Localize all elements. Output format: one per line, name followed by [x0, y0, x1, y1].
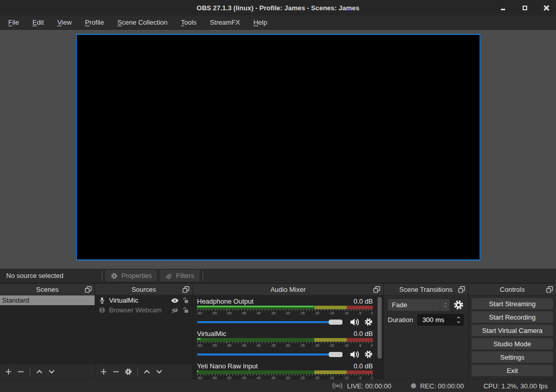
scene-chevron-down-button[interactable]	[48, 368, 56, 376]
meter-tick-label: -10	[344, 376, 349, 379]
popout-icon[interactable]	[458, 286, 465, 293]
scene-transitions-panel-title: Scene Transitions	[399, 286, 452, 293]
source-list-item[interactable]: VirtualMic	[95, 295, 192, 305]
menu-tools[interactable]: Tools	[174, 16, 203, 29]
chevron-up-icon[interactable]	[456, 315, 461, 320]
meter-scale: -60-55-50-45-40-35-30-25-20-15-10-50	[197, 343, 373, 348]
preview-canvas[interactable]	[76, 34, 480, 260]
controls-panel-header: Controls	[469, 284, 556, 295]
start-virtual-camera-button[interactable]: Start Virtual Camera	[472, 325, 553, 336]
source-chevron-down-button[interactable]	[155, 368, 163, 376]
unlock-icon[interactable]	[183, 307, 189, 313]
settings-button[interactable]: Settings	[472, 351, 553, 363]
preview-area	[0, 30, 556, 269]
source-name: VirtualMic	[109, 296, 167, 304]
menu-profile[interactable]: Profile	[78, 16, 111, 29]
scene-chevron-up-button[interactable]	[35, 368, 43, 376]
maximize-icon	[523, 6, 527, 10]
mixer-scrollbar[interactable]	[378, 297, 382, 359]
mute-button[interactable]	[350, 318, 359, 327]
audio-mixer-panel: Audio Mixer Headphone Output0.0 dB-60-55…	[193, 284, 383, 379]
menu-streamfx[interactable]: StreamFX	[203, 16, 247, 29]
menu-view[interactable]: View	[50, 16, 78, 29]
live-timer: LIVE: 00:00:00	[347, 382, 391, 390]
chevron-down-icon	[155, 368, 163, 376]
meter-tick-label: -35	[270, 311, 275, 315]
source-list-item[interactable]: Browser Webcam	[95, 305, 192, 315]
source-gear-button[interactable]	[124, 368, 132, 376]
popout-icon[interactable]	[84, 286, 92, 293]
menu-scene-collection[interactable]: Scene Collection	[111, 16, 174, 29]
scene-transitions-panel-header: Scene Transitions	[384, 284, 468, 295]
gear-icon	[111, 272, 118, 279]
volume-slider-handle[interactable]	[329, 320, 343, 325]
window-controls	[499, 0, 550, 15]
scene-plus-button[interactable]	[5, 368, 12, 376]
scene-list-item[interactable]: Standard	[0, 295, 95, 305]
source-minus-button[interactable]	[112, 368, 120, 376]
minus-icon	[112, 368, 120, 376]
audio-mixer-panel-header: Audio Mixer	[193, 284, 383, 295]
meter-tick-label: 0	[371, 311, 373, 315]
window-title: OBS 27.1.3 (linux) - Profile: James - Sc…	[0, 4, 556, 12]
scene-minus-button[interactable]	[17, 368, 25, 376]
chevron-down-icon[interactable]	[456, 320, 461, 324]
volume-slider-handle[interactable]	[329, 352, 343, 357]
source-chevron-up-button[interactable]	[143, 368, 151, 376]
title-bar: OBS 27.1.3 (linux) - Profile: James - Sc…	[0, 0, 556, 15]
properties-button[interactable]: Properties	[105, 270, 157, 282]
meter-tick-label: -25	[299, 343, 304, 348]
menu-edit[interactable]: Edit	[26, 16, 50, 29]
popout-icon[interactable]	[373, 286, 381, 293]
scenes-toolbar	[0, 364, 95, 379]
plus-icon	[5, 368, 12, 376]
start-streaming-button[interactable]: Start Streaming	[472, 298, 553, 309]
mute-button[interactable]	[350, 350, 359, 359]
filters-button[interactable]: Filters	[160, 270, 199, 282]
meter-tick-label: -45	[241, 376, 246, 379]
cpu-fps-stats: CPU: 1.2%, 30.00 fps	[483, 382, 548, 390]
eye-off-icon[interactable]	[171, 306, 179, 314]
meter-peak	[197, 370, 199, 372]
volume-slider[interactable]	[197, 321, 345, 323]
meter-tick-label: -60	[197, 311, 202, 315]
popout-icon[interactable]	[546, 286, 553, 293]
menu-file[interactable]: File	[2, 16, 26, 29]
unlock-icon[interactable]	[183, 297, 189, 304]
broadcast-icon	[332, 382, 343, 390]
record-dot-icon	[411, 383, 416, 388]
meter-tick-label: -30	[285, 376, 290, 379]
meter-peak	[197, 306, 314, 307]
meter-tick-label: -50	[226, 376, 231, 379]
source-plus-button[interactable]	[100, 368, 107, 376]
toolbar-divider	[137, 368, 138, 376]
minimize-button[interactable]	[499, 4, 507, 11]
close-button[interactable]	[543, 4, 550, 11]
filter-icon	[165, 272, 172, 279]
meter-tick-label: 0	[371, 343, 373, 348]
studio-mode-button[interactable]: Studio Mode	[472, 338, 553, 349]
menu-help[interactable]: Help	[247, 16, 274, 29]
duration-spinbox[interactable]: 300 ms	[417, 314, 464, 326]
exit-button[interactable]: Exit	[472, 365, 553, 376]
transition-select[interactable]: Fade	[388, 299, 450, 311]
mixer-channel-level: 0.0 dB	[353, 362, 373, 370]
channel-settings-button[interactable]	[364, 350, 373, 359]
start-recording-button[interactable]: Start Recording	[472, 311, 553, 323]
chevron-down-icon	[48, 368, 56, 376]
meter-tick-label: -40	[256, 376, 261, 379]
scene-transitions-body: Fade Duration 300 ms	[384, 295, 468, 379]
meter-tick-label: -55	[211, 376, 217, 379]
eye-icon[interactable]	[171, 296, 179, 305]
maximize-button[interactable]	[521, 4, 528, 11]
gear-icon[interactable]	[453, 300, 464, 310]
meter-tick-label: -50	[226, 343, 231, 348]
volume-slider[interactable]	[197, 353, 345, 356]
popout-icon[interactable]	[182, 286, 190, 293]
rec-status: REC: 00:00:00	[411, 382, 464, 390]
mixer-channel: VirtualMic0.0 dB-60-55-50-45-40-35-30-25…	[197, 329, 373, 359]
microphone-icon	[99, 297, 105, 304]
controls-panel-title: Controls	[500, 286, 525, 293]
channel-settings-button[interactable]	[364, 318, 373, 326]
meter-tick-label: -45	[241, 343, 246, 348]
